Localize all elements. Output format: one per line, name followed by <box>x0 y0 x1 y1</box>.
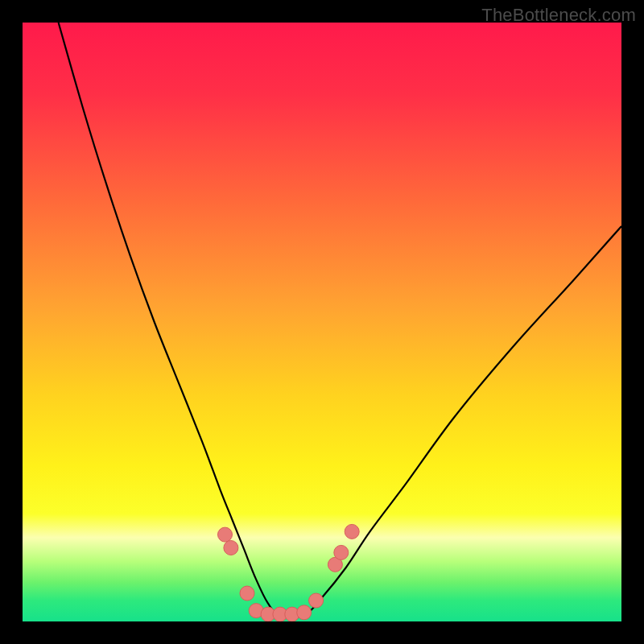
curve-marker <box>240 586 254 601</box>
outer-frame: TheBottleneck.com <box>0 0 644 644</box>
curve-marker <box>309 593 324 608</box>
plot-area <box>23 23 621 621</box>
curve-marker <box>224 541 238 555</box>
curve-marker <box>218 527 233 542</box>
chart-svg <box>23 23 621 621</box>
curve-marker <box>297 605 312 620</box>
curve-marker <box>334 545 349 559</box>
bottleneck-curve <box>59 23 621 617</box>
curve-marker <box>345 524 359 539</box>
